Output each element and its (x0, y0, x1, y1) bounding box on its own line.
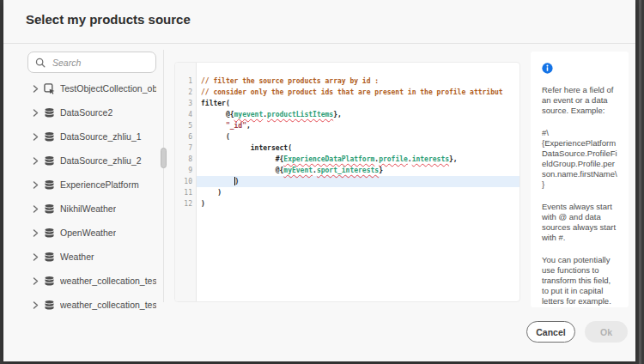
source-item[interactable]: OpenWeather (27, 221, 156, 245)
database-icon (44, 276, 55, 287)
search-box[interactable] (27, 52, 156, 73)
line-number: 9 (175, 165, 196, 176)
database-icon (44, 228, 55, 239)
chevron-right-icon[interactable] (33, 301, 39, 309)
source-item-label: ExperiencePlatform (60, 179, 139, 190)
code-line[interactable]: #{ExperienceDataPlatform.profile.interes… (197, 154, 519, 165)
help-text: Refer here a field of an event or a data… (542, 85, 617, 307)
chevron-right-icon[interactable] (33, 157, 39, 165)
database-icon (44, 252, 55, 263)
source-item[interactable]: NikhilWeather (27, 197, 156, 221)
code-line[interactable]: @{myevent.productListItems}, (197, 109, 519, 120)
source-item[interactable]: DataSource_zhliu_2 (27, 149, 156, 173)
chevron-right-icon[interactable] (33, 229, 39, 237)
code-line[interactable]: // filter the source products array by i… (197, 76, 519, 87)
code-line[interactable]: @{myEvent.sport_interests} (197, 165, 519, 176)
source-item[interactable]: TestObjectCollection_objCase (27, 76, 156, 100)
chevron-right-icon[interactable] (33, 253, 39, 261)
source-item-label: DataSource_zhliu_1 (60, 131, 142, 142)
code-line[interactable]: ) (197, 187, 519, 198)
chevron-right-icon[interactable] (33, 277, 39, 285)
database-icon (44, 107, 55, 118)
source-item-label: weather_collecation_test (60, 276, 156, 286)
help-paragraph: You can potentially use functions to tra… (542, 255, 617, 307)
expression-editor[interactable]: 123456789101112 // filter the source pro… (174, 62, 520, 302)
ok-button[interactable]: Ok (585, 321, 628, 343)
code-area[interactable]: // filter the source products array by i… (197, 63, 519, 301)
code-line-active[interactable]: ) (197, 176, 519, 187)
database-icon (44, 300, 55, 311)
source-item[interactable]: DataSource2 (27, 100, 156, 124)
database-icon (44, 179, 55, 191)
background-scrollbar (639, 0, 641, 364)
chevron-right-icon[interactable] (33, 109, 39, 117)
line-number: 2 (175, 87, 196, 98)
source-item-label: NikhilWeather (60, 203, 116, 214)
line-number: 6 (175, 131, 196, 143)
database-icon (44, 203, 55, 215)
source-item[interactable]: weather_collecation_test_2 (27, 293, 156, 317)
help-paragraph: Events always start with @ and data sour… (542, 202, 617, 243)
code-line[interactable]: "_id", (197, 120, 519, 131)
sidebar-scrollbar-track (163, 50, 164, 302)
line-number: 11 (175, 187, 196, 198)
source-item[interactable]: weather_collecation_test (27, 269, 156, 293)
chevron-right-icon[interactable] (33, 181, 39, 189)
code-line[interactable]: // consider only the product ids that ar… (197, 87, 519, 98)
object-collection-icon (44, 83, 55, 94)
line-number: 10 (175, 176, 196, 187)
help-panel: Refer here a field of an event or a data… (531, 52, 629, 307)
line-number: 8 (175, 154, 196, 165)
line-number: 5 (175, 120, 196, 131)
source-item[interactable]: ExperiencePlatform (27, 173, 156, 197)
info-icon (542, 62, 617, 77)
source-list: TestObjectCollection_objCaseDataSource2D… (27, 76, 156, 317)
sources-sidebar: TestObjectCollection_objCaseDataSource2D… (27, 52, 156, 317)
sidebar-scrollbar-thumb[interactable] (161, 148, 167, 168)
code-line[interactable]: intersect( (197, 143, 519, 154)
dialog-title: Select my products source (26, 12, 191, 27)
search-input[interactable] (51, 57, 149, 69)
source-item-label: DataSource2 (60, 107, 112, 118)
source-item-label: weather_collecation_test_2 (60, 300, 156, 310)
database-icon (44, 155, 55, 167)
source-item[interactable]: DataSource_zhliu_1 (27, 124, 156, 149)
source-item-label: OpenWeather (60, 228, 116, 238)
source-item-label: TestObjectCollection_objCase (60, 83, 156, 94)
source-item-label: Weather (60, 252, 94, 262)
line-number: 7 (175, 143, 196, 154)
source-item[interactable]: Weather (27, 245, 156, 269)
database-icon (44, 131, 55, 143)
search-icon (35, 58, 46, 68)
select-source-dialog: Select my products source TestObjectColl… (3, 0, 635, 361)
title-divider (3, 43, 635, 44)
code-line[interactable]: filter( (197, 98, 519, 109)
chevron-right-icon[interactable] (33, 205, 39, 213)
source-item-label: DataSource_zhliu_2 (60, 155, 142, 166)
cancel-button[interactable]: Cancel (526, 321, 575, 343)
line-number: 3 (175, 98, 196, 109)
line-number-gutter: 123456789101112 (175, 63, 197, 301)
help-paragraph: Refer here a field of an event or a data… (542, 85, 617, 116)
chevron-right-icon[interactable] (33, 133, 39, 141)
code-line[interactable]: ) (197, 198, 519, 209)
line-number: 1 (175, 76, 196, 87)
line-number: 4 (175, 109, 196, 120)
help-paragraph: #\ {ExperiencePlatformDataSource.Profile… (542, 128, 617, 190)
code-line[interactable]: ( (197, 131, 519, 143)
line-number: 12 (175, 198, 196, 209)
chevron-right-icon[interactable] (33, 85, 39, 93)
